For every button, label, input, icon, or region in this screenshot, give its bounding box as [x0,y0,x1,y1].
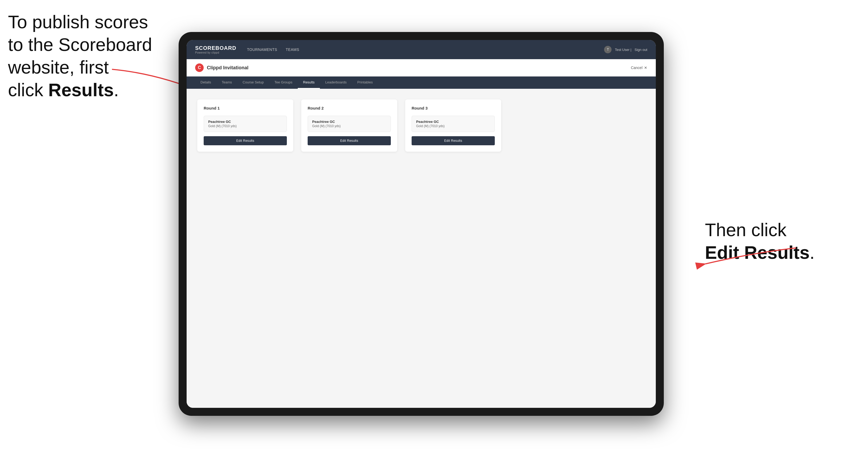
logo-area: SCOREBOARD Powered by clippd [195,45,236,54]
nav-right: T Test User | Sign out [604,46,647,53]
tab-results[interactable]: Results [298,76,320,89]
tournament-title-area: C Clippd Invitational [195,63,248,72]
nav-links: TOURNAMENTS TEAMS [247,48,604,52]
tab-tee-groups[interactable]: Tee Groups [269,76,298,89]
main-content: Round 1 Peachtree GC Gold (M) (7010 yds)… [187,89,656,408]
cancel-button[interactable]: Cancel ✕ [631,66,647,70]
nav-user-text: Test User | [615,48,631,52]
tablet-device: SCOREBOARD Powered by clippd TOURNAMENTS… [179,32,664,416]
round-2-edit-results-button[interactable]: Edit Results [308,136,391,145]
round-1-edit-results-button[interactable]: Edit Results [204,136,287,145]
tab-details[interactable]: Details [195,76,216,89]
round-1-course-card: Peachtree GC Gold (M) (7010 yds) [204,116,287,132]
round-2-course-details: Gold (M) (7010 yds) [312,124,386,128]
round-3-title: Round 3 [412,106,495,111]
round-1-card: Round 1 Peachtree GC Gold (M) (7010 yds)… [197,99,293,152]
tablet-screen: SCOREBOARD Powered by clippd TOURNAMENTS… [187,40,656,408]
nav-tournaments[interactable]: TOURNAMENTS [247,48,277,52]
logo-scoreboard: SCOREBOARD [195,45,236,51]
round-2-course-card: Peachtree GC Gold (M) (7010 yds) [308,116,391,132]
round-2-card: Round 2 Peachtree GC Gold (M) (7010 yds)… [301,99,397,152]
user-avatar: T [604,46,612,53]
round-3-edit-results-button[interactable]: Edit Results [412,136,495,145]
round-2-course-name: Peachtree GC [312,120,386,124]
tab-course-setup[interactable]: Course Setup [237,76,269,89]
top-nav: SCOREBOARD Powered by clippd TOURNAMENTS… [187,40,656,59]
round-1-course-details: Gold (M) (7010 yds) [208,124,282,128]
logo-powered: Powered by clippd [195,51,236,54]
tab-bar: Details Teams Course Setup Tee Groups Re… [187,76,656,89]
tournament-logo: C [195,63,204,72]
round-3-course-details: Gold (M) (7010 yds) [416,124,490,128]
instruction-left: To publish scores to the Scoreboard webs… [8,11,152,101]
round-3-card: Round 3 Peachtree GC Gold (M) (7010 yds)… [405,99,501,152]
instruction-results-bold: Results [48,80,114,100]
nav-teams[interactable]: TEAMS [286,48,299,52]
round-3-course-name: Peachtree GC [416,120,490,124]
instruction-edit-bold: Edit Results [705,242,810,262]
tournament-header: C Clippd Invitational Cancel ✕ [187,59,656,76]
tab-printables[interactable]: Printables [352,76,378,89]
instruction-right-text: Then click Edit Results. [705,220,815,262]
instruction-left-text: To publish scores to the Scoreboard webs… [8,12,152,100]
tab-leaderboards[interactable]: Leaderboards [320,76,352,89]
round-1-title: Round 1 [204,106,287,111]
tab-teams[interactable]: Teams [216,76,237,89]
instruction-right: Then click Edit Results. [705,219,815,264]
round-2-title: Round 2 [308,106,391,111]
close-icon: ✕ [644,66,647,70]
tournament-title: Clippd Invitational [207,65,248,71]
round-3-course-card: Peachtree GC Gold (M) (7010 yds) [412,116,495,132]
round-1-course-name: Peachtree GC [208,120,282,124]
nav-signout[interactable]: Sign out [634,48,647,52]
